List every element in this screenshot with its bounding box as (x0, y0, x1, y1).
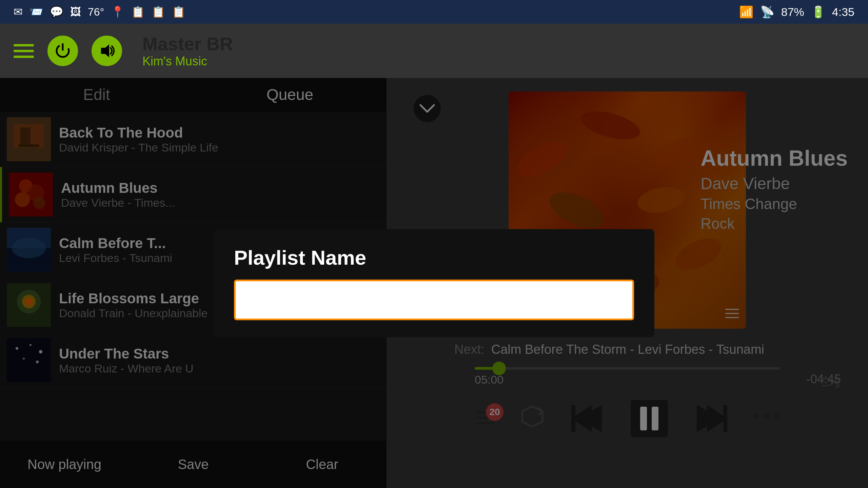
email2-icon: 📨 (29, 5, 43, 18)
clipboard1-icon: 📋 (131, 5, 145, 18)
clipboard2-icon: 📋 (152, 5, 165, 18)
modal-title: Playlist Name (234, 246, 634, 269)
map-icon: 📍 (111, 5, 124, 18)
battery-value: 87% (781, 5, 804, 19)
status-bar: ✉ 📨 💬 🖼 76° 📍 📋 📋 📋 📶 📡 87% 🔋 4:35 (0, 0, 868, 24)
message-icon: 💬 (50, 5, 63, 18)
temp-value: 76° (88, 6, 104, 18)
email-icon: ✉ (14, 5, 23, 18)
wifi-icon: 📶 (739, 5, 753, 19)
image-icon: 🖼 (70, 6, 81, 18)
power-button[interactable] (47, 36, 78, 66)
clock-value: 4:35 (832, 5, 854, 19)
hamburger-menu-button[interactable] (14, 44, 34, 58)
playlist-name-input[interactable] (234, 280, 634, 320)
app-title: Master BR (142, 33, 854, 54)
svg-marker-2 (101, 44, 109, 57)
app-header: Master BR Kim's Music (0, 24, 868, 78)
status-right: 📶 📡 87% 🔋 4:35 (739, 5, 854, 19)
battery-icon: 🔋 (811, 5, 825, 19)
header-title-area: Master BR Kim's Music (136, 33, 854, 68)
modal-box: Playlist Name (214, 229, 654, 337)
speaker-button[interactable] (92, 36, 122, 66)
app-subtitle: Kim's Music (142, 54, 854, 68)
signal-icon: 📡 (760, 5, 774, 19)
main-content: Edit Queue Back To The Hood David Krispe… (0, 78, 868, 488)
status-left-icons: ✉ 📨 💬 🖼 76° 📍 📋 📋 📋 (14, 5, 185, 18)
clipboard3-icon: 📋 (172, 5, 185, 18)
modal-overlay[interactable]: Playlist Name (0, 78, 868, 488)
